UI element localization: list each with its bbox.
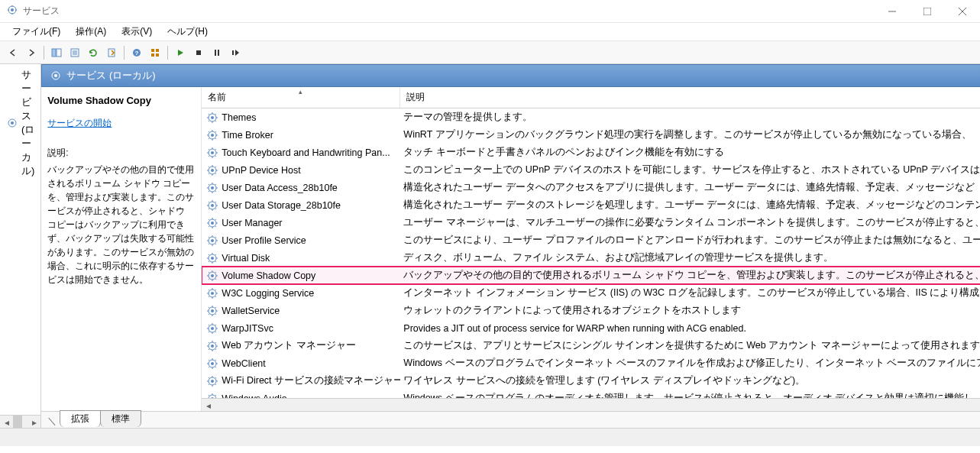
svg-rect-24 bbox=[215, 50, 216, 56]
horizontal-scrollbar[interactable]: ◂ ▸ bbox=[202, 398, 980, 411]
service-name-cell: UPnP Device Host bbox=[202, 164, 400, 176]
gear-icon bbox=[206, 287, 218, 299]
scroll-right-icon[interactable]: ▸ bbox=[27, 416, 40, 429]
window-controls bbox=[875, 0, 980, 23]
column-header-description[interactable]: 説明 bbox=[400, 87, 980, 108]
gear-icon bbox=[206, 358, 218, 370]
svg-rect-25 bbox=[218, 50, 219, 56]
service-row[interactable]: WebClientWindows ベースのプログラムでインターネット ベースのフ… bbox=[202, 354, 980, 372]
service-name-cell: W3C Logging Service bbox=[202, 287, 400, 299]
service-row[interactable]: Time BrokerWinRT アプリケーションのバックグラウンド処理の実行を… bbox=[202, 126, 980, 144]
svg-line-110 bbox=[215, 237, 217, 238]
maximize-button[interactable] bbox=[910, 0, 945, 23]
help-button[interactable]: ? bbox=[128, 44, 145, 61]
forward-button[interactable] bbox=[23, 44, 40, 61]
column-header-name[interactable]: 名前 ▴ bbox=[202, 87, 400, 108]
svg-point-162 bbox=[211, 345, 214, 348]
tree-node-services-local[interactable]: サービス (ローカル) bbox=[0, 64, 40, 182]
close-button[interactable] bbox=[945, 0, 980, 23]
list-body: Themesテーマの管理を提供します。Time BrokerWinRT アプリケ… bbox=[202, 108, 980, 411]
content-header-title: サービス (ローカル) bbox=[66, 69, 155, 83]
menu-help[interactable]: ヘルプ(H) bbox=[160, 23, 215, 40]
start-service-button[interactable] bbox=[172, 44, 189, 61]
service-row[interactable]: Touch Keyboard and Handwriting Pan...タッチ… bbox=[202, 144, 980, 161]
service-row[interactable]: WarpJITSvcProvides a JIT out of process … bbox=[202, 319, 980, 337]
main-area: サービス (ローカル) ◂ ▸ サービス (ローカル) Volume Shado… bbox=[0, 64, 980, 428]
service-row[interactable]: Virtual Diskディスク、ボリューム、ファイル システム、および記憶域ア… bbox=[202, 249, 980, 267]
scroll-track[interactable] bbox=[215, 399, 975, 411]
scroll-left-icon[interactable]: ◂ bbox=[0, 416, 13, 429]
toolbar-separator bbox=[167, 46, 168, 60]
svg-line-138 bbox=[215, 296, 217, 297]
service-description-cell: Windows ベースのプログラムでインターネット ベースのファイルを作成および… bbox=[400, 357, 980, 370]
service-row[interactable]: Volume Shadow Copyバックアップやその他の目的で使用されるボリュ… bbox=[202, 267, 980, 284]
scroll-right-icon[interactable]: ▸ bbox=[976, 399, 980, 411]
svg-point-112 bbox=[211, 257, 214, 260]
service-row[interactable]: WalletServiceウォレットのクライアントによって使用されるオブジェクト… bbox=[202, 302, 980, 319]
gear-icon bbox=[206, 305, 218, 317]
service-name-label: WebClient bbox=[222, 358, 265, 369]
svg-line-180 bbox=[215, 360, 217, 361]
grid-button[interactable] bbox=[147, 44, 163, 61]
menu-file[interactable]: ファイル(F) bbox=[5, 23, 68, 40]
service-name-label: User Data Storage_28b10fe bbox=[222, 200, 341, 211]
service-row[interactable]: Themesテーマの管理を提供します。 bbox=[202, 108, 980, 126]
show-hide-tree-button[interactable] bbox=[48, 44, 65, 61]
start-service-link[interactable]: サービスの開始 bbox=[47, 118, 112, 128]
service-name-cell: User Data Storage_28b10fe bbox=[202, 199, 400, 212]
service-row[interactable]: User Profile Serviceこのサービスにより、ユーザー プロファイ… bbox=[202, 231, 980, 249]
svg-point-72 bbox=[211, 186, 214, 189]
service-row[interactable]: User Managerユーザー マネージャーは、マルチユーザーの操作に必要なラ… bbox=[202, 214, 980, 231]
tab-extended[interactable]: 拡張 bbox=[60, 410, 101, 427]
content-pane: サービス (ローカル) Volume Shadow Copy サービスの開始 説… bbox=[41, 64, 980, 428]
pause-service-button[interactable] bbox=[209, 44, 225, 61]
svg-line-67 bbox=[209, 167, 210, 168]
horizontal-scrollbar[interactable]: ◂ ▸ bbox=[0, 415, 40, 428]
service-name-label: Web アカウント マネージャー bbox=[222, 339, 355, 352]
menu-action[interactable]: 操作(A) bbox=[68, 23, 114, 40]
svg-rect-23 bbox=[196, 50, 201, 55]
tabs-bar: ＼ 拡張 標準 bbox=[41, 411, 980, 428]
svg-line-38 bbox=[215, 120, 217, 121]
service-row[interactable]: Web アカウント マネージャーこのサービスは、アプリとサービスにシングル サイ… bbox=[202, 337, 980, 354]
toolbar: ? bbox=[0, 41, 980, 64]
svg-line-118 bbox=[215, 260, 217, 262]
svg-line-59 bbox=[209, 155, 210, 157]
svg-line-137 bbox=[209, 290, 210, 291]
service-name-cell: WebClient bbox=[202, 358, 400, 370]
svg-point-32 bbox=[211, 116, 214, 119]
svg-line-117 bbox=[209, 254, 210, 256]
service-row[interactable]: Wi-Fi Direct サービスの接続マネージャー サ...ワイヤレス サービ… bbox=[202, 372, 980, 390]
svg-line-190 bbox=[215, 377, 217, 379]
tab-standard[interactable]: 標準 bbox=[100, 410, 141, 427]
service-row[interactable]: User Data Storage_28b10fe構造化されたユーザー データの… bbox=[202, 196, 980, 214]
svg-line-99 bbox=[209, 225, 210, 227]
tree-pane: サービス (ローカル) ◂ ▸ bbox=[0, 64, 41, 428]
svg-rect-10 bbox=[52, 49, 56, 57]
svg-line-47 bbox=[209, 131, 210, 133]
back-button[interactable] bbox=[5, 44, 21, 61]
properties-button[interactable] bbox=[66, 44, 83, 61]
service-name-label: Time Broker bbox=[222, 130, 273, 141]
restart-service-button[interactable] bbox=[227, 44, 244, 61]
refresh-button[interactable] bbox=[85, 44, 102, 61]
scroll-thumb[interactable] bbox=[13, 416, 22, 428]
service-description-cell: タッチ キーボードと手書きパネルのペンおよびインク機能を有効にする bbox=[400, 146, 980, 159]
service-row[interactable]: User Data Access_28b10fe構造化されたユーザー データへの… bbox=[202, 179, 980, 196]
scroll-left-icon[interactable]: ◂ bbox=[202, 399, 215, 411]
service-row[interactable]: UPnP Device Hostこのコンピューター上での UPnP デバイスのホ… bbox=[202, 161, 980, 179]
service-name-cell: Themes bbox=[202, 112, 400, 124]
svg-line-108 bbox=[215, 243, 217, 244]
service-row[interactable]: W3C Logging Serviceインターネット インフォメーション サービ… bbox=[202, 284, 980, 302]
menu-view[interactable]: 表示(V) bbox=[114, 23, 160, 40]
svg-rect-19 bbox=[151, 49, 154, 52]
svg-line-80 bbox=[215, 184, 217, 186]
minimize-button[interactable] bbox=[875, 0, 910, 23]
stop-service-button[interactable] bbox=[190, 44, 207, 61]
detail-pane: Volume Shadow Copy サービスの開始 説明: バックアップやその… bbox=[41, 87, 202, 411]
scroll-track[interactable] bbox=[13, 416, 27, 428]
service-name-cell: User Profile Service bbox=[202, 235, 400, 247]
svg-line-58 bbox=[215, 155, 217, 157]
gear-icon bbox=[206, 199, 218, 212]
export-button[interactable] bbox=[103, 44, 120, 61]
